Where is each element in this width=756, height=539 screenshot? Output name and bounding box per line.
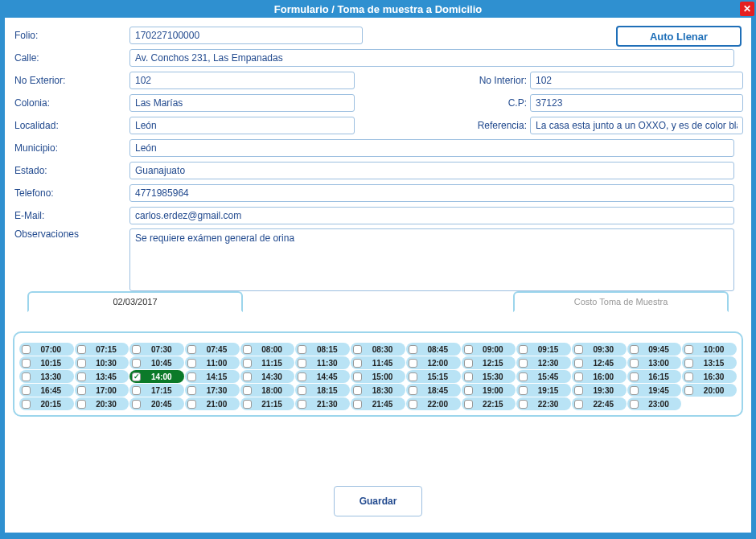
time-slot[interactable]: 16:45 — [19, 384, 74, 397]
time-slot[interactable]: 12:45 — [572, 356, 627, 369]
time-slot[interactable]: 18:15 — [295, 384, 350, 397]
cp-input[interactable] — [530, 94, 743, 112]
time-slot[interactable]: 19:15 — [516, 384, 571, 397]
time-slot[interactable]: 10:30 — [75, 356, 129, 369]
time-slot[interactable]: 16:30 — [682, 370, 737, 383]
time-slot[interactable]: 21:00 — [185, 397, 240, 410]
referencia-input[interactable] — [530, 117, 743, 134]
time-slot[interactable]: 14:15 — [185, 370, 240, 383]
no-exterior-input[interactable] — [129, 72, 355, 89]
time-slot[interactable]: 10:00 — [682, 343, 737, 356]
time-slot[interactable]: 08:00 — [240, 343, 295, 356]
time-slot[interactable]: 11:15 — [240, 356, 295, 369]
time-slot[interactable]: 20:15 — [19, 397, 74, 410]
email-input[interactable] — [129, 207, 734, 224]
checkbox-icon — [77, 400, 86, 409]
telefono-input[interactable] — [129, 184, 734, 202]
close-button[interactable]: ✕ — [740, 2, 754, 16]
time-slot[interactable]: 22:45 — [572, 397, 627, 410]
time-slot[interactable]: 08:30 — [351, 343, 405, 356]
time-slot[interactable]: 07:00 — [19, 343, 74, 356]
time-slot[interactable]: 09:15 — [516, 343, 571, 356]
time-slot[interactable]: 21:45 — [351, 397, 405, 410]
time-slot[interactable]: 11:45 — [351, 356, 405, 369]
time-slot[interactable]: 08:45 — [406, 343, 461, 356]
time-slot[interactable]: 22:30 — [516, 397, 571, 410]
time-slot[interactable]: 12:15 — [462, 356, 516, 369]
time-slot-label: 13:00 — [639, 359, 680, 368]
time-slot[interactable]: 07:30 — [129, 343, 184, 356]
time-slot[interactable]: 19:45 — [627, 384, 682, 397]
time-slot[interactable]: 22:15 — [462, 397, 516, 410]
time-slot[interactable]: 09:45 — [627, 343, 682, 356]
time-slot[interactable]: 13:30 — [19, 370, 74, 383]
label-calle: Calle: — [13, 52, 129, 64]
checkbox-icon — [574, 386, 583, 395]
guardar-button[interactable]: Guardar — [334, 486, 422, 516]
observaciones-textarea[interactable] — [129, 228, 734, 291]
schedule-panel: 07:0007:1507:3007:4508:0008:1508:3008:45… — [13, 331, 743, 417]
time-slot[interactable]: 13:00 — [627, 356, 682, 369]
time-slot[interactable]: 14:45 — [295, 370, 350, 383]
tab-date[interactable]: 02/03/2017 — [27, 291, 243, 312]
time-slot[interactable]: 09:30 — [572, 343, 627, 356]
time-slot[interactable]: 14:30 — [240, 370, 295, 383]
time-slot[interactable]: 21:15 — [240, 397, 295, 410]
time-slot[interactable]: 23:00 — [627, 397, 682, 410]
localidad-input[interactable] — [129, 117, 355, 134]
time-slot[interactable]: 15:15 — [406, 370, 461, 383]
time-slot[interactable]: 08:15 — [295, 343, 350, 356]
time-slot[interactable]: 10:45 — [129, 356, 184, 369]
time-slot[interactable]: 22:00 — [406, 397, 461, 410]
time-slot[interactable]: 12:00 — [406, 356, 461, 369]
time-slot[interactable]: 15:45 — [516, 370, 571, 383]
checkbox-icon — [464, 345, 473, 354]
checkbox-icon — [519, 400, 528, 409]
time-slot[interactable]: 11:00 — [185, 356, 240, 369]
time-slot[interactable]: 17:15 — [129, 384, 184, 397]
time-slot[interactable]: 21:30 — [295, 397, 350, 410]
time-slot[interactable]: 19:00 — [462, 384, 516, 397]
time-slot[interactable]: 15:30 — [462, 370, 516, 383]
time-slot[interactable]: 19:30 — [572, 384, 627, 397]
time-slot[interactable]: 07:15 — [75, 343, 129, 356]
time-slot[interactable]: 13:15 — [682, 356, 737, 369]
time-slot-label: 09:00 — [473, 345, 514, 354]
time-slot[interactable]: 07:45 — [185, 343, 240, 356]
time-slot[interactable]: 17:00 — [75, 384, 129, 397]
checkbox-icon — [630, 400, 639, 409]
time-slot-label: 14:00 — [141, 372, 182, 381]
time-slot[interactable]: 10:15 — [19, 356, 74, 369]
time-slot[interactable]: 12:30 — [516, 356, 571, 369]
time-slot[interactable]: 11:30 — [295, 356, 350, 369]
time-slot[interactable]: 14:00 — [129, 370, 184, 383]
time-slot[interactable]: 13:45 — [75, 370, 129, 383]
calle-input[interactable] — [129, 49, 734, 67]
checkbox-icon — [409, 400, 417, 409]
time-slot[interactable]: 18:45 — [406, 384, 461, 397]
time-slot-label: 20:30 — [86, 400, 127, 409]
no-interior-input[interactable] — [530, 72, 743, 89]
time-slot[interactable]: 15:00 — [351, 370, 405, 383]
time-slot[interactable]: 18:30 — [351, 384, 405, 397]
folio-input[interactable] — [129, 27, 363, 44]
time-slot-label: 12:00 — [417, 359, 458, 368]
time-slot[interactable]: 16:15 — [627, 370, 682, 383]
estado-input[interactable] — [129, 162, 734, 179]
time-slot[interactable]: 20:30 — [75, 397, 129, 410]
time-slot-label: 12:45 — [583, 359, 624, 368]
time-slot[interactable]: 20:45 — [129, 397, 184, 410]
label-email: E-Mail: — [13, 210, 129, 221]
time-slot[interactable]: 18:00 — [240, 384, 295, 397]
checkbox-icon — [519, 359, 528, 368]
tab-cost[interactable]: Costo Toma de Muestra — [513, 291, 729, 312]
colonia-input[interactable] — [129, 94, 355, 112]
time-slot[interactable]: 17:30 — [185, 384, 240, 397]
time-slot[interactable]: 16:00 — [572, 370, 627, 383]
time-slot[interactable]: 09:00 — [462, 343, 516, 356]
auto-llenar-button[interactable]: Auto Llenar — [616, 26, 742, 47]
label-no-exterior: No Exterior: — [13, 75, 129, 86]
time-slot[interactable]: 20:00 — [682, 384, 737, 397]
municipio-input[interactable] — [129, 139, 734, 157]
checkbox-icon — [22, 359, 31, 368]
